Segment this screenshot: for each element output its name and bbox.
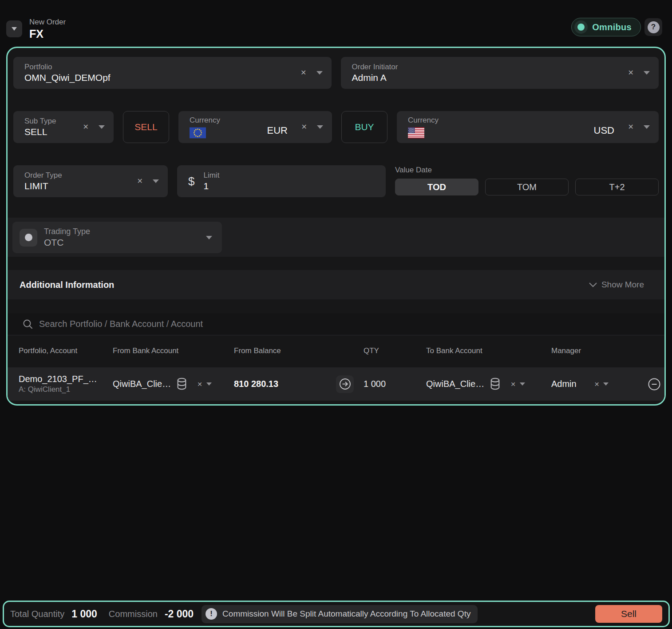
chevron-down-icon[interactable] bbox=[153, 179, 159, 183]
sub-type-select[interactable]: Sub Type SELL ✕ bbox=[13, 111, 114, 143]
order-type-label: Order Type bbox=[24, 171, 62, 180]
clear-icon[interactable]: ✕ bbox=[628, 69, 634, 76]
search-icon bbox=[23, 319, 33, 329]
omnibus-dot-icon bbox=[577, 24, 585, 31]
portfolio-label: Portfolio bbox=[24, 62, 111, 72]
from-balance-value: 810 280.13 bbox=[234, 379, 278, 389]
col-portfolio-account: Portfolio, Account bbox=[19, 346, 113, 355]
portfolio-select[interactable]: Portfolio OMN_Qiwi_DEMOpf ✕ bbox=[13, 57, 332, 89]
order-initiator-select[interactable]: Order Initiator Admin A ✕ bbox=[341, 57, 659, 89]
order-type-select[interactable]: Order Type LIMIT ✕ bbox=[13, 165, 168, 197]
clear-icon[interactable]: ✕ bbox=[628, 123, 634, 131]
show-more-label: Show More bbox=[601, 280, 644, 290]
allocation-table-header: Portfolio, Account From Bank Account Fro… bbox=[8, 341, 664, 361]
clear-icon[interactable]: ✕ bbox=[197, 381, 202, 388]
currency-from-select[interactable]: Currency EUR ✕ bbox=[178, 111, 332, 143]
omnibus-toggle[interactable]: Omnibus bbox=[571, 18, 641, 36]
clear-icon[interactable]: ✕ bbox=[594, 381, 600, 388]
value-date-label: Value Date bbox=[395, 166, 659, 175]
clear-icon[interactable]: ✕ bbox=[300, 69, 306, 76]
chevron-down-icon[interactable] bbox=[644, 71, 650, 75]
page-title-block: New Order FX bbox=[29, 18, 66, 40]
row-account-name: A: QiwiClient_1 bbox=[19, 385, 113, 394]
commission-warning-text: Commission Will Be Split Automatically A… bbox=[222, 609, 470, 619]
trading-type-strip: Trading Type OTC bbox=[8, 218, 664, 257]
chevron-down-icon[interactable] bbox=[644, 125, 650, 129]
col-manager: Manager bbox=[551, 346, 647, 355]
col-qty: QTY bbox=[364, 346, 426, 355]
additional-information-section: Additional Information Show More bbox=[8, 270, 664, 299]
chevron-down-icon[interactable] bbox=[317, 125, 323, 129]
currency-to-value: USD bbox=[594, 125, 614, 136]
total-quantity-label: Total Quantity bbox=[10, 609, 64, 619]
trading-type-value: OTC bbox=[44, 237, 90, 248]
database-icon bbox=[176, 378, 187, 390]
chevron-down-icon[interactable] bbox=[206, 382, 212, 386]
col-from-bank-account: From Bank Account bbox=[113, 346, 234, 355]
buy-side-button[interactable]: BUY bbox=[341, 111, 387, 143]
dollar-icon: $ bbox=[188, 175, 194, 188]
order-summary-bar: Total Quantity 1 000 Commission -2 000 !… bbox=[3, 601, 670, 627]
omnibus-toggle-knob bbox=[574, 20, 588, 34]
sub-type-label: Sub Type bbox=[24, 116, 56, 126]
from-bank-account-value[interactable]: QiwiBA_Clie… bbox=[113, 379, 171, 389]
limit-label: Limit bbox=[203, 171, 219, 180]
table-row: Demo_2103_PF_… A: QiwiClient_1 QiwiBA_Cl… bbox=[8, 367, 664, 401]
us-flag-icon bbox=[408, 127, 424, 139]
page-title: FX bbox=[29, 28, 66, 40]
value-date-tom-button[interactable]: TOM bbox=[485, 179, 569, 195]
remove-row-button[interactable] bbox=[647, 377, 662, 392]
value-date-t2-button[interactable]: T+2 bbox=[575, 179, 659, 195]
commission-label: Commission bbox=[109, 609, 158, 619]
currency-to-label: Currency bbox=[408, 115, 439, 125]
exclamation-icon: ! bbox=[206, 608, 217, 620]
chevron-down-icon[interactable] bbox=[206, 236, 212, 239]
trading-type-label: Trading Type bbox=[44, 227, 90, 236]
trading-type-select[interactable]: Trading Type OTC bbox=[12, 222, 222, 253]
value-date-tod-button[interactable]: TOD bbox=[395, 179, 478, 195]
page-subtitle: New Order bbox=[29, 18, 66, 27]
arrow-right-circle-icon bbox=[339, 378, 351, 390]
col-to-bank-account: To Bank Account bbox=[426, 346, 551, 355]
row-portfolio-name: Demo_2103_PF_… bbox=[19, 374, 113, 384]
order-type-switch-button[interactable] bbox=[6, 20, 22, 37]
search-input[interactable] bbox=[39, 319, 653, 329]
show-more-button[interactable]: Show More bbox=[589, 280, 644, 290]
sub-type-value: SELL bbox=[24, 126, 56, 138]
chevron-down-icon bbox=[589, 283, 597, 287]
to-bank-account-value[interactable]: QiwiBA_Clie… bbox=[426, 379, 484, 389]
chevron-down-icon[interactable] bbox=[603, 382, 609, 386]
chevron-down-icon[interactable] bbox=[316, 71, 323, 75]
limit-price-input[interactable]: $ Limit 1 bbox=[177, 165, 386, 197]
allocation-search-bar bbox=[8, 313, 664, 335]
radio-dot-icon bbox=[20, 229, 37, 247]
chevron-down-icon[interactable] bbox=[520, 382, 525, 386]
chevron-down-icon[interactable] bbox=[99, 125, 105, 129]
qty-value[interactable]: 1 000 bbox=[364, 379, 386, 389]
manager-value[interactable]: Admin bbox=[551, 379, 577, 389]
clear-icon[interactable]: ✕ bbox=[83, 123, 89, 131]
question-mark-icon: ? bbox=[648, 21, 660, 33]
sell-side-button[interactable]: SELL bbox=[123, 111, 169, 143]
total-quantity-value: 1 000 bbox=[71, 608, 97, 620]
chevron-down-icon bbox=[12, 27, 17, 31]
limit-value: 1 bbox=[203, 180, 219, 192]
portfolio-value: OMN_Qiwi_DEMOpf bbox=[24, 72, 111, 84]
order-type-value: LIMIT bbox=[24, 180, 62, 192]
help-button[interactable]: ? bbox=[644, 18, 662, 36]
eu-flag-icon bbox=[190, 127, 206, 139]
clear-icon[interactable]: ✕ bbox=[510, 381, 516, 388]
commission-value: -2 000 bbox=[165, 608, 194, 620]
database-icon bbox=[490, 378, 501, 390]
clear-icon[interactable]: ✕ bbox=[301, 123, 307, 131]
sell-submit-button[interactable]: Sell bbox=[595, 605, 662, 623]
currency-to-select[interactable]: Currency bbox=[397, 111, 659, 143]
minus-circle-icon bbox=[647, 377, 662, 392]
transfer-balance-button[interactable] bbox=[336, 375, 354, 393]
omnibus-label: Omnibus bbox=[592, 22, 632, 32]
clear-icon[interactable]: ✕ bbox=[137, 178, 143, 185]
order-form-panel: Portfolio OMN_Qiwi_DEMOpf ✕ Order Initia… bbox=[6, 47, 666, 406]
additional-information-title: Additional Information bbox=[20, 280, 114, 290]
order-initiator-label: Order Initiator bbox=[352, 62, 398, 72]
page-header: New Order FX Omnibus ? bbox=[0, 0, 672, 47]
